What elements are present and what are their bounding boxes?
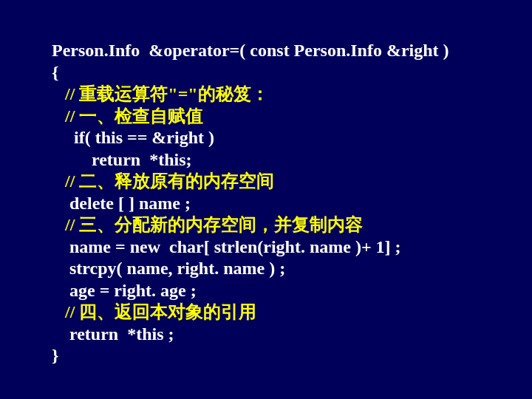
code-line-14: return *this ; (52, 324, 532, 346)
code-line-15: } (52, 345, 532, 367)
code-line-12: age = right. age ; (52, 280, 532, 302)
code-line-2: { (52, 62, 532, 84)
code-line-10: name = new char[ strlen(right. name )+ 1… (52, 236, 532, 259)
code-comment-overload: // 重载运算符"="的秘笈： (52, 83, 532, 106)
code-line-11: strcpy( name, right. name ) ; (52, 258, 532, 280)
code-comment-step1: // 一、检查自赋值 (52, 106, 532, 128)
code-comment-step2: // 二、释放原有的内存空间 (52, 171, 532, 193)
code-line-6: return *this; (52, 149, 532, 171)
code-comment-step3: // 三、分配新的内存空间，并复制内容 (52, 214, 532, 236)
code-slide: Person.Info &operator=( const Person.Inf… (0, 0, 532, 399)
code-line-8: delete [ ] name ; (52, 193, 532, 215)
code-line-5: if( this == &right ) (52, 127, 532, 149)
code-comment-step4: // 四、返回本对象的引用 (52, 301, 532, 324)
code-line-1: Person.Info &operator=( const Person.Inf… (52, 40, 532, 62)
